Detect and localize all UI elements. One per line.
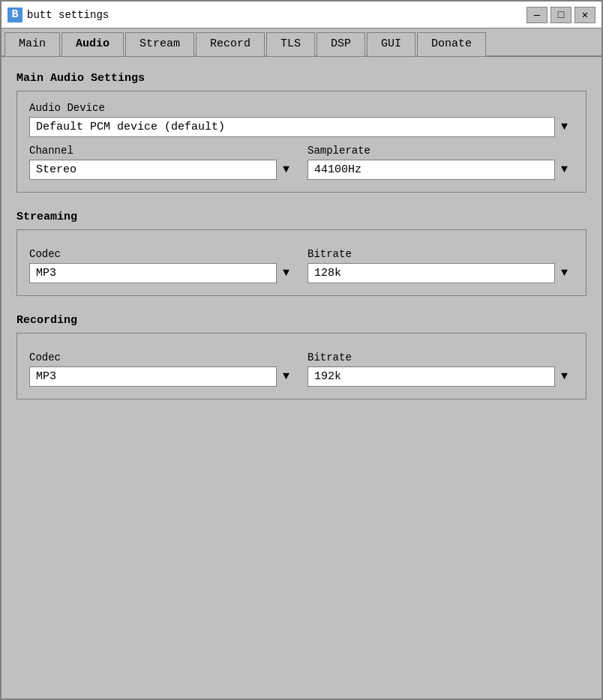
recording-codec-bitrate-row: Codec MP3 ▼ Bitrate: [29, 351, 574, 387]
main-audio-box: Audio Device Default PCM device (default…: [16, 91, 586, 193]
tab-record[interactable]: Record: [196, 32, 265, 56]
channel-wrapper: Stereo ▼: [29, 160, 296, 180]
streaming-codec-label: Codec: [29, 248, 296, 260]
close-button[interactable]: ✕: [574, 7, 596, 23]
tab-dsp[interactable]: DSP: [316, 32, 365, 56]
audio-device-select[interactable]: Default PCM device (default): [29, 117, 574, 137]
tab-gui[interactable]: GUI: [367, 32, 416, 56]
recording-codec-wrapper: MP3 ▼: [29, 366, 296, 387]
recording-codec-group: Codec MP3 ▼: [29, 351, 296, 387]
recording-box: Codec MP3 ▼ Bitrate: [16, 333, 586, 399]
tab-main[interactable]: Main: [4, 32, 60, 56]
recording-codec-label: Codec: [29, 351, 296, 363]
samplerate-select[interactable]: 44100Hz: [308, 160, 574, 180]
recording-codec-select[interactable]: MP3: [29, 366, 296, 387]
samplerate-group: Samplerate 44100Hz ▼: [308, 145, 574, 180]
tab-stream[interactable]: Stream: [125, 32, 194, 56]
recording-bitrate-select[interactable]: 192k: [308, 366, 574, 387]
minimize-button[interactable]: —: [526, 7, 548, 23]
channel-select[interactable]: Stereo: [29, 160, 296, 180]
window-controls: — □ ✕: [526, 7, 596, 23]
streaming-title: Streaming: [16, 211, 586, 223]
recording-bitrate-wrapper: 192k ▼: [308, 366, 574, 387]
streaming-codec-wrapper: MP3 ▼: [29, 263, 296, 283]
streaming-bitrate-label: Bitrate: [308, 248, 574, 260]
main-window: B butt settings — □ ✕ Main Audio Stream …: [0, 0, 603, 700]
samplerate-wrapper: 44100Hz ▼: [308, 160, 574, 180]
content-area: Main Audio Settings Audio Device Default…: [2, 57, 602, 699]
main-audio-section: Main Audio Settings Audio Device Default…: [16, 72, 586, 193]
channel-group: Channel Stereo ▼: [29, 145, 296, 180]
streaming-codec-select[interactable]: MP3: [29, 263, 296, 283]
streaming-codec-bitrate-row: Codec MP3 ▼ Bitrate: [29, 248, 574, 283]
window-title: butt settings: [27, 9, 109, 21]
main-audio-title: Main Audio Settings: [16, 72, 586, 85]
channel-label: Channel: [29, 145, 296, 157]
audio-device-label: Audio Device: [29, 102, 574, 114]
audio-device-wrapper: Default PCM device (default) ▼: [29, 117, 574, 137]
recording-bitrate-group: Bitrate 192k ▼: [308, 351, 574, 387]
tab-audio[interactable]: Audio: [62, 32, 124, 56]
tab-bar: Main Audio Stream Record TLS DSP GUI Don…: [2, 28, 602, 57]
title-bar: B butt settings — □ ✕: [2, 1, 602, 28]
streaming-box: Codec MP3 ▼ Bitrate: [16, 229, 586, 296]
recording-title: Recording: [16, 314, 586, 327]
tab-tls[interactable]: TLS: [266, 32, 315, 56]
streaming-bitrate-wrapper: 128k ▼: [308, 263, 574, 283]
streaming-codec-group: Codec MP3 ▼: [29, 248, 296, 283]
app-icon: B: [8, 7, 22, 22]
samplerate-label: Samplerate: [308, 145, 574, 157]
streaming-bitrate-group: Bitrate 128k ▼: [308, 248, 574, 283]
channel-samplerate-row: Channel Stereo ▼ Samplerate: [29, 145, 574, 180]
streaming-bitrate-select[interactable]: 128k: [308, 263, 574, 283]
recording-section: Recording Codec MP3 ▼: [16, 314, 586, 399]
title-bar-left: B butt settings: [8, 7, 109, 22]
recording-bitrate-label: Bitrate: [308, 351, 574, 363]
streaming-section: Streaming Codec MP3 ▼: [16, 211, 586, 296]
tab-donate[interactable]: Donate: [417, 32, 486, 56]
maximize-button[interactable]: □: [550, 7, 572, 23]
